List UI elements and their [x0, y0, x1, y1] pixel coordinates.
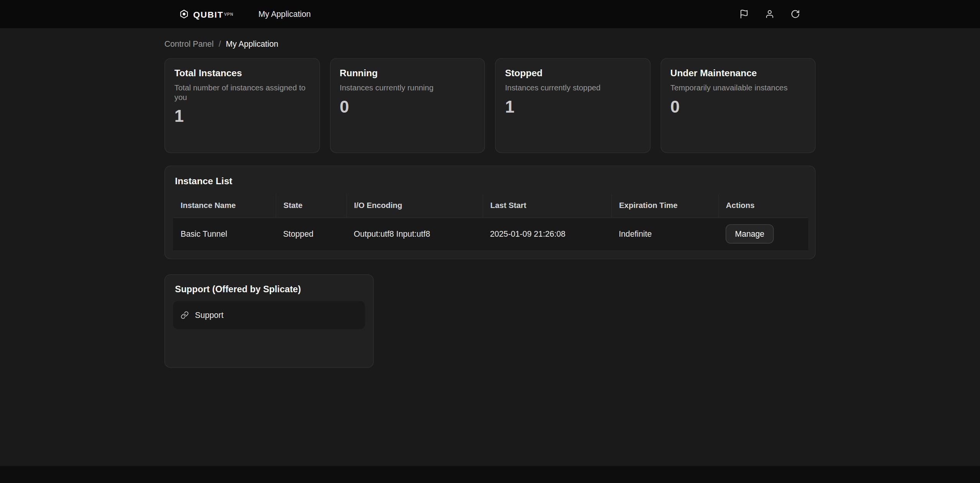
support-card: Support (Offered by Splicate) Support: [164, 274, 374, 368]
user-button[interactable]: [764, 8, 775, 20]
nav-link-my-application[interactable]: My Application: [258, 9, 311, 18]
stats-grid: Total Instances Total number of instance…: [164, 58, 816, 153]
cell-state: Stopped: [276, 217, 346, 250]
hexagon-logo-icon: [179, 9, 189, 18]
instance-list-card: Instance List Instance Name State I/O En…: [164, 165, 816, 259]
support-link[interactable]: Support: [173, 301, 365, 329]
cell-instance-name: Basic Tunnel: [173, 217, 276, 250]
stat-description: Temporarily unavailable instances: [670, 84, 806, 93]
navbar-inner: QUBIT VPN My Application: [164, 0, 816, 28]
navbar: QUBIT VPN My Application: [0, 0, 980, 28]
flag-button[interactable]: [738, 8, 749, 20]
table-row: Basic Tunnel Stopped Output:utf8 Input:u…: [173, 217, 808, 250]
stat-description: Instances currently running: [340, 84, 475, 93]
instance-table: Instance Name State I/O Encoding Last St…: [173, 194, 808, 251]
main-content: Control Panel / My Application Total Ins…: [0, 28, 980, 466]
navbar-actions: [738, 8, 801, 20]
support-link-label: Support: [195, 310, 223, 319]
brand-suffix-text: VPN: [224, 11, 233, 16]
flag-icon: [739, 9, 748, 18]
stat-value: 1: [174, 107, 310, 126]
stat-card-running: Running Instances currently running 0: [330, 58, 485, 153]
column-header-io-encoding: I/O Encoding: [346, 194, 483, 217]
column-header-last-start: Last Start: [483, 194, 611, 217]
stat-title: Running: [340, 67, 475, 78]
page: QUBIT VPN My Application: [0, 0, 980, 483]
table-header: Instance Name State I/O Encoding Last St…: [173, 194, 808, 217]
refresh-icon: [790, 9, 799, 18]
link-icon: [181, 311, 189, 319]
footer: [0, 466, 980, 483]
brand-name: QUBIT VPN: [193, 9, 233, 19]
stat-title: Under Maintenance: [670, 67, 806, 78]
stat-title: Total Instances: [174, 67, 310, 78]
column-header-actions: Actions: [718, 194, 808, 217]
column-header-expiration-time: Expiration Time: [611, 194, 718, 217]
stat-card-stopped: Stopped Instances currently stopped 1: [495, 58, 650, 153]
column-header-instance-name: Instance Name: [173, 194, 276, 217]
stat-value: 0: [670, 97, 806, 117]
stat-card-under-maintenance: Under Maintenance Temporarily unavailabl…: [660, 58, 816, 153]
brand-logo[interactable]: QUBIT VPN: [179, 9, 233, 19]
stat-value: 1: [505, 97, 640, 117]
container: Control Panel / My Application Total Ins…: [164, 39, 816, 368]
cell-last-start: 2025-01-09 21:26:08: [483, 217, 611, 250]
column-header-state: State: [276, 194, 346, 217]
manage-button[interactable]: Manage: [726, 224, 774, 244]
stat-card-total-instances: Total Instances Total number of instance…: [164, 58, 320, 153]
support-card-title: Support (Offered by Splicate): [173, 283, 365, 301]
brand-name-text: QUBIT: [193, 9, 223, 19]
stat-value: 0: [340, 97, 475, 117]
breadcrumb-current-page: My Application: [226, 39, 278, 49]
refresh-button[interactable]: [790, 8, 801, 20]
instance-list-title: Instance List: [173, 174, 807, 194]
cell-actions: Manage: [718, 217, 808, 250]
breadcrumb-control-panel[interactable]: Control Panel: [164, 39, 213, 49]
viewport: QUBIT VPN My Application: [0, 0, 980, 483]
cell-io-encoding: Output:utf8 Input:utf8: [346, 217, 483, 250]
breadcrumb: Control Panel / My Application: [164, 39, 816, 49]
stat-title: Stopped: [505, 67, 640, 78]
user-icon: [765, 9, 774, 18]
cell-expiration-time: Indefinite: [611, 217, 718, 250]
stat-description: Instances currently stopped: [505, 84, 640, 93]
stat-description: Total number of instances assigned to yo…: [174, 84, 310, 103]
breadcrumb-separator: /: [218, 39, 221, 49]
